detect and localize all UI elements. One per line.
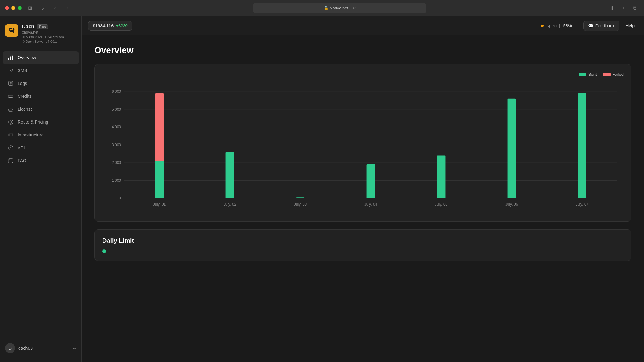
sidebar-item-sms[interactable]: SMS [3, 64, 79, 77]
speed-value: 58% [563, 23, 572, 28]
back-icon[interactable]: ‹ [51, 4, 59, 13]
tabs-icon[interactable]: ⧉ [630, 4, 639, 13]
svg-rect-1 [10, 56, 11, 60]
svg-text:3,000: 3,000 [112, 143, 121, 147]
username-text: dach69 [18, 346, 33, 351]
brand-date: July 8th 2024, 12:46:29 am [22, 35, 64, 39]
browser-chrome: ⊞ ⌄ ‹ › 🔒 xhdva.net ↻ ⬆ + ⧉ [0, 0, 644, 16]
sidebar-label-infrastructure: Infrastructure [18, 132, 43, 137]
svg-point-24 [8, 146, 13, 150]
sidebar-label-license: License [18, 107, 33, 112]
svg-rect-30 [102, 82, 624, 214]
help-button[interactable]: Help [622, 21, 638, 31]
sidebar-item-infrastructure[interactable]: Infrastructure [3, 129, 79, 141]
sidebar-header: 닥 Dach Plus xhdva.net July 8th 2024, 12:… [0, 21, 81, 50]
sidebar-item-route-pricing[interactable]: Route & Pricing [3, 116, 79, 128]
svg-rect-10 [8, 95, 13, 98]
chat-icon: 💬 [588, 23, 593, 28]
svg-text:2,000: 2,000 [112, 160, 121, 165]
svg-text:0: 0 [119, 196, 121, 200]
credits-icon [8, 93, 14, 99]
sidebar-label-credits: Credits [18, 94, 31, 99]
address-bar[interactable]: 🔒 xhdva.net ↻ [253, 3, 427, 13]
svg-rect-50 [296, 197, 305, 198]
sidebar-item-faq[interactable]: FAQ [3, 154, 79, 167]
security-icon: 🔒 [324, 6, 329, 10]
faq-icon [8, 158, 14, 164]
svg-point-23 [12, 135, 13, 136]
svg-rect-12 [9, 107, 12, 111]
topbar: £1934.116 +£220 [speed]: 58% 💬 Feedback … [82, 16, 644, 35]
sidebar-footer: D dach69 ··· [0, 339, 81, 357]
app-container: 닥 Dach Plus xhdva.net July 8th 2024, 12:… [0, 16, 644, 362]
svg-text:6,000: 6,000 [112, 89, 121, 94]
speed-status-dot [541, 25, 544, 27]
svg-rect-0 [8, 58, 9, 60]
chart-card: Sent Failed 01,0002,0003,0004,0005,0006,… [94, 64, 631, 222]
sidebar-toggle-icon[interactable]: ⊞ [25, 4, 34, 13]
chart-bar-icon [8, 54, 14, 61]
feedback-button[interactable]: 💬 Feedback [583, 21, 619, 31]
share-icon[interactable]: ⬆ [608, 4, 616, 13]
brand-version: © Dach Server v4.00.1 [22, 40, 64, 43]
svg-text:July, 07: July, 07 [576, 202, 589, 207]
brand-url: xhdva.net [22, 30, 64, 35]
legend-failed-label: Failed [613, 72, 624, 77]
daily-limit-title: Daily Limit [102, 237, 624, 244]
svg-text:July, 02: July, 02 [224, 202, 236, 207]
svg-rect-2 [12, 56, 13, 60]
topbar-actions: 💬 Feedback Help [583, 21, 638, 31]
sidebar-brand: Dach Plus xhdva.net July 8th 2024, 12:46… [22, 24, 64, 43]
legend-failed-color [603, 73, 611, 76]
svg-point-22 [9, 135, 10, 136]
balance-change: +£220 [116, 23, 128, 28]
route-icon [8, 119, 14, 125]
sidebar-item-logs[interactable]: Logs [3, 77, 79, 90]
svg-text:July, 06: July, 06 [505, 202, 518, 207]
legend-sent-label: Sent [588, 72, 597, 77]
feedback-label: Feedback [595, 23, 614, 28]
sms-icon [8, 67, 14, 74]
traffic-lights [5, 6, 22, 10]
close-button[interactable] [5, 6, 9, 10]
svg-text:4,000: 4,000 [112, 125, 121, 129]
svg-rect-52 [367, 164, 375, 198]
sidebar-label-route-pricing: Route & Pricing [18, 120, 48, 125]
sidebar-item-overview[interactable]: Overview [3, 51, 79, 64]
chart-container: 01,0002,0003,0004,0005,0006,000July, 01J… [102, 82, 624, 214]
daily-limit-card: Daily Limit [94, 229, 631, 261]
minimize-button[interactable] [11, 6, 15, 10]
svg-point-13 [10, 108, 11, 109]
svg-text:1,000: 1,000 [112, 178, 121, 183]
legend-failed: Failed [603, 72, 624, 77]
legend-sent-color [579, 73, 586, 76]
user-avatar: D [5, 343, 15, 353]
svg-text:July, 04: July, 04 [364, 202, 377, 207]
sidebar-nav: Overview SMS Logs Credits [0, 50, 81, 339]
bar-chart: 01,0002,0003,0004,0005,0006,000July, 01J… [102, 82, 624, 214]
svg-rect-48 [226, 152, 234, 198]
new-tab-icon[interactable]: + [619, 4, 628, 13]
sidebar-item-credits[interactable]: Credits [3, 90, 79, 103]
fullscreen-button[interactable] [18, 6, 22, 10]
browser-actions: ⬆ + ⧉ [608, 4, 639, 13]
speed-label: [speed]: [546, 23, 561, 28]
sidebar-item-api[interactable]: API [3, 142, 79, 154]
svg-rect-46 [155, 161, 164, 198]
speed-indicator: [speed]: 58% [541, 23, 572, 28]
svg-rect-54 [437, 156, 446, 198]
chevron-down-icon[interactable]: ⌄ [38, 4, 47, 13]
plus-badge: Plus [37, 24, 48, 29]
brand-name: Dach [22, 24, 34, 30]
sidebar-item-license[interactable]: License [3, 103, 79, 115]
reload-icon[interactable]: ↻ [353, 6, 356, 10]
api-icon [8, 145, 14, 151]
page-title: Overview [94, 45, 631, 55]
sidebar: 닥 Dach Plus xhdva.net July 8th 2024, 12:… [0, 16, 82, 362]
user-menu-dots[interactable]: ··· [73, 346, 76, 351]
svg-text:July, 05: July, 05 [435, 202, 448, 207]
page-body: Overview Sent Failed 01,0002,0003,0004,0… [82, 35, 644, 271]
svg-text:July, 03: July, 03 [294, 202, 307, 207]
infrastructure-icon [8, 132, 14, 138]
forward-icon[interactable]: › [63, 4, 72, 13]
